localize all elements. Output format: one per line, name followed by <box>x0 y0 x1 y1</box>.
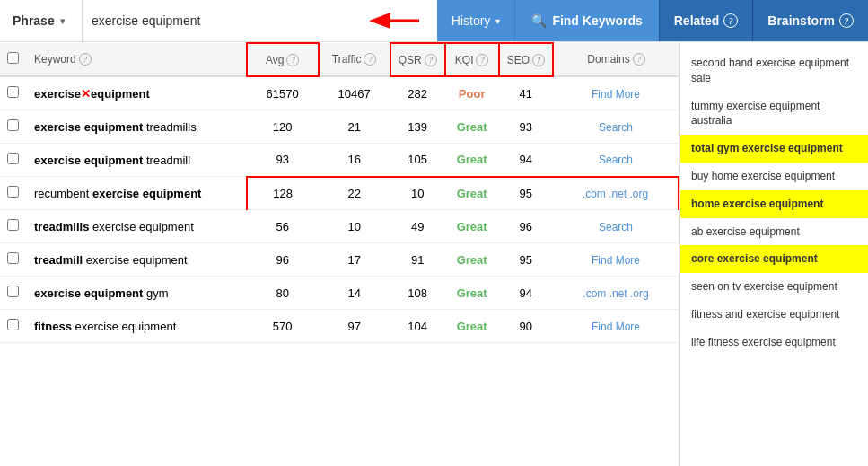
kqi-cell: Great <box>445 144 499 177</box>
traffic-cell: 10 <box>319 210 390 243</box>
search-link[interactable]: Search <box>599 221 633 233</box>
history-button[interactable]: History ▾ <box>437 0 515 41</box>
find-keywords-button[interactable]: 🔍 Find Keywords <box>514 0 658 41</box>
sidebar-item[interactable]: tummy exercise equipment australia <box>680 92 868 136</box>
seo-cell: 94 <box>499 277 553 310</box>
qsr-cell: 108 <box>390 277 445 310</box>
search-link[interactable]: Search <box>599 121 633 134</box>
related-button[interactable]: Related ? <box>659 0 753 41</box>
qsr-column-header: QSR ? <box>390 43 445 76</box>
traffic-header-label: Traffic <box>332 53 362 66</box>
table-row: fitness exercise equipment 570 97 104 Gr… <box>0 310 679 343</box>
row-checkbox[interactable] <box>7 119 19 131</box>
keyword-cell: treadmill exercise equipment <box>27 243 247 277</box>
seo-cell: 96 <box>499 210 553 243</box>
keyword-bold-part: fitness <box>34 320 72 333</box>
domains-info-icon[interactable]: ? <box>633 53 645 66</box>
traffic-info-icon[interactable]: ? <box>364 53 376 66</box>
row-checkbox-cell <box>0 277 27 310</box>
domain-links[interactable]: .com .net .org <box>583 188 648 200</box>
phrase-label: Phrase <box>13 13 55 28</box>
keyword-bold-part: exercise equipment <box>92 187 201 200</box>
kqi-info-icon[interactable]: ? <box>476 54 488 66</box>
phrase-button[interactable]: Phrase ▾ <box>0 0 83 41</box>
find-more-link[interactable]: Find More <box>592 88 640 101</box>
find-more-link[interactable]: Find More <box>592 254 640 267</box>
row-checkbox[interactable] <box>7 186 19 198</box>
table-header-row: Keyword ? Avg ? Traffic ? <box>0 43 679 76</box>
kqi-cell: Great <box>445 310 499 343</box>
qsr-info-icon[interactable]: ? <box>425 54 437 66</box>
table-row: recumbent exercise equipment 128 22 10 G… <box>0 177 679 210</box>
sidebar-item-highlighted[interactable]: total gym exercise equipment <box>680 135 868 163</box>
row-checkbox-cell <box>0 110 27 144</box>
sidebar-item[interactable]: buy home exercise equipment <box>680 163 868 190</box>
row-checkbox-cell <box>0 210 27 243</box>
keyword-normal-part: exercise equipment <box>83 253 187 267</box>
row-checkbox-cell <box>0 76 27 110</box>
traffic-cell: 14 <box>319 277 390 310</box>
avg-cell: 61570 <box>247 76 319 110</box>
related-info-icon[interactable]: ? <box>723 13 738 28</box>
search-input-wrapper <box>83 0 437 41</box>
search-link[interactable]: Search <box>599 154 633 166</box>
row-checkbox[interactable] <box>7 319 19 330</box>
domains-cell: Find More <box>553 243 679 277</box>
keyword-cell: fitness exercise equipment <box>27 310 247 343</box>
traffic-cell: 16 <box>319 144 390 177</box>
related-label: Related <box>674 13 720 28</box>
row-checkbox[interactable] <box>7 286 19 297</box>
sidebar-item[interactable]: ab exercise equipment <box>680 218 868 246</box>
keyword-info-icon[interactable]: ? <box>79 53 92 66</box>
brainstorm-button[interactable]: Brainstorm ? <box>752 0 868 41</box>
kqi-cell: Poor <box>445 76 499 110</box>
row-checkbox[interactable] <box>7 86 19 98</box>
keyword-bold-part: exercise equipment <box>34 286 143 300</box>
red-x-mark: ✕ <box>81 87 91 101</box>
domains-header-label: Domains <box>587 53 629 66</box>
seo-info-icon[interactable]: ? <box>532 54 545 66</box>
avg-cell-highlighted: 128 <box>247 177 319 210</box>
search-icon: 🔍 <box>531 13 547 28</box>
domain-links[interactable]: .com .net .org <box>583 287 648 300</box>
find-more-link[interactable]: Find More <box>592 321 640 333</box>
avg-header-label: Avg <box>266 54 284 66</box>
sidebar-item[interactable]: seen on tv exercise equipment <box>680 273 868 301</box>
traffic-column-header: Traffic ? <box>319 43 390 76</box>
qsr-cell: 104 <box>390 310 445 343</box>
brainstorm-info-icon[interactable]: ? <box>839 13 854 28</box>
main-content: Keyword ? Avg ? Traffic ? <box>0 42 868 466</box>
seo-cell-highlighted: 95 <box>499 177 553 210</box>
keyword-cell: exercise✕equipment <box>27 76 247 110</box>
traffic-cell: 21 <box>319 110 390 144</box>
sidebar-item-highlighted[interactable]: home exercise equipment <box>680 190 868 218</box>
keyword-normal-part: exercise equipment <box>89 220 193 233</box>
keywords-table: Keyword ? Avg ? Traffic ? <box>0 42 679 343</box>
kqi-cell: Great <box>445 243 499 277</box>
seo-cell: 95 <box>499 243 553 277</box>
avg-cell: 120 <box>247 110 319 144</box>
seo-column-header: SEO ? <box>499 43 553 76</box>
sidebar-item[interactable]: life fitness exercise equipment <box>680 329 868 356</box>
table-area: Keyword ? Avg ? Traffic ? <box>0 42 679 466</box>
header-checkbox-col <box>0 43 27 76</box>
row-checkbox[interactable] <box>7 252 19 264</box>
avg-info-icon[interactable]: ? <box>286 54 299 66</box>
avg-cell: 93 <box>247 144 319 177</box>
chevron-down-icon: ▾ <box>495 16 500 26</box>
qsr-cell-highlighted: 10 <box>390 177 445 210</box>
brainstorm-label: Brainstorm <box>767 13 835 28</box>
row-checkbox-cell <box>0 243 27 277</box>
avg-cell: 96 <box>247 243 319 277</box>
qsr-cell: 49 <box>390 210 445 243</box>
select-all-checkbox[interactable] <box>7 52 19 64</box>
keyword-cell: recumbent exercise equipment <box>27 177 247 210</box>
sidebar-item[interactable]: second hand exercise equipment sale <box>680 49 868 92</box>
avg-cell: 80 <box>247 277 319 310</box>
row-checkbox[interactable] <box>7 153 19 164</box>
traffic-cell-highlighted: 22 <box>319 177 390 210</box>
sidebar-item-highlighted[interactable]: core exercise equipment <box>680 245 868 273</box>
row-checkbox[interactable] <box>7 219 19 231</box>
sidebar-item[interactable]: fitness and exercise equipment <box>680 301 868 329</box>
qsr-cell: 91 <box>390 243 445 277</box>
